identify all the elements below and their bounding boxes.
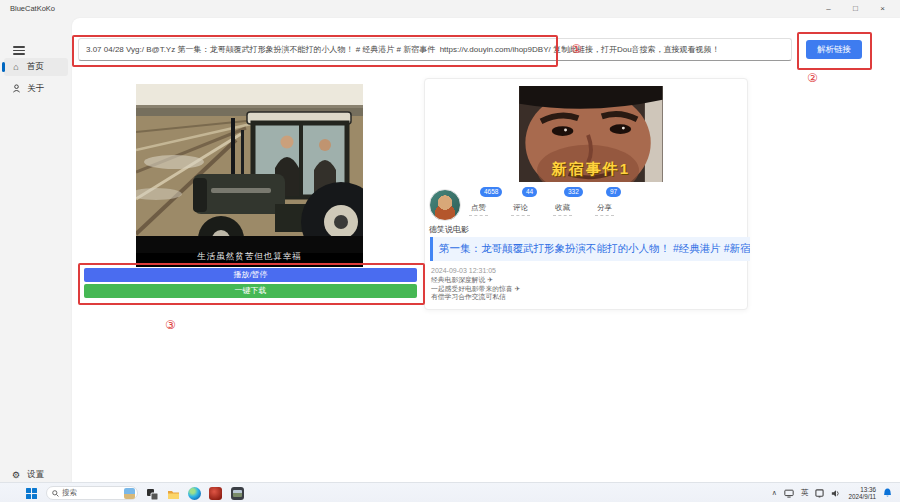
sidebar-item-settings-label: 设置	[27, 469, 44, 481]
parse-link-button[interactable]: 解析链接	[806, 40, 862, 59]
share-link-input[interactable]	[78, 38, 792, 61]
sidebar-item-home-label: 首页	[27, 61, 44, 73]
stat-comments: 44 评论	[511, 187, 542, 216]
cover-caption: 新宿事件1	[519, 160, 663, 179]
menu-toggle-icon[interactable]	[13, 44, 25, 57]
window-controls: – □ ×	[815, 0, 896, 17]
publish-time: 2024-09-03 12:31:05	[431, 267, 496, 274]
system-tray: ∧ 英 13:36 2024/9/11	[772, 483, 892, 502]
search-placeholder: 搜索	[62, 488, 77, 498]
speaker-icon[interactable]	[831, 489, 841, 498]
favorites-label: 收藏	[553, 203, 572, 216]
stat-shares: 97 分享	[595, 187, 626, 216]
media-app-icon[interactable]	[209, 487, 222, 500]
video-player[interactable]: 生活虽然贫苦但也算幸福	[136, 84, 363, 267]
taskbar: 搜索 ∧ 英	[0, 482, 900, 502]
close-button[interactable]: ×	[869, 0, 896, 17]
clock-date: 2024/9/11	[848, 493, 876, 500]
pinned-app-icon[interactable]	[231, 487, 244, 500]
main-content: 解析链接 ① ② ③	[72, 18, 900, 482]
app-window: BlueCatKoKo – □ × ⌂ 首页 关于 ⚙ 设置 解析链接 ①	[0, 0, 900, 502]
author-avatar[interactable]	[429, 189, 461, 221]
annotation-step-2: ②	[807, 71, 818, 85]
likes-label: 点赞	[469, 203, 488, 216]
search-highlight-thumbnail	[124, 488, 135, 499]
sidebar-item-about-label: 关于	[27, 83, 44, 95]
sidebar-item-home[interactable]: ⌂ 首页	[4, 58, 68, 76]
gear-icon: ⚙	[11, 470, 21, 480]
download-button[interactable]: 一键下载	[84, 284, 417, 298]
favorites-count-badge: 332	[564, 187, 583, 197]
comments-label: 评论	[511, 203, 530, 216]
search-icon	[52, 490, 59, 497]
tray-chevron-icon[interactable]: ∧	[772, 489, 777, 497]
video-frame-image	[136, 84, 363, 253]
shares-count-badge: 97	[606, 187, 621, 197]
sidebar: ⌂ 首页 关于 ⚙ 设置	[0, 18, 72, 482]
app-title: BlueCatKoKo	[10, 4, 55, 13]
home-icon: ⌂	[11, 62, 21, 72]
file-explorer-icon[interactable]	[167, 487, 180, 500]
minimize-button[interactable]: –	[815, 0, 842, 17]
notification-bell-icon[interactable]	[883, 488, 892, 498]
video-description: 经典电影深度解说 ✈ 一起感受好电影带来的惊喜 ✈ 有偿学习合作交流可私信	[431, 276, 520, 302]
video-title: 第一集：龙哥颠覆武打形象扮演不能打的小人物！ #经典港片 #新宿事件	[430, 237, 750, 261]
cast-device-icon[interactable]	[815, 489, 824, 498]
annotation-step-3: ③	[165, 318, 176, 332]
task-view-icon[interactable]	[146, 487, 159, 500]
video-info-card: 新宿事件1 德笑说电影 4658 点赞 44 评论 332 收藏 97	[424, 78, 748, 310]
edge-browser-icon[interactable]	[188, 487, 201, 500]
description-line: 一起感受好电影带来的惊喜 ✈	[431, 285, 520, 293]
taskbar-clock[interactable]: 13:36 2024/9/11	[848, 486, 876, 500]
video-stats: 4658 点赞 44 评论 332 收藏 97 分享	[469, 187, 626, 216]
taskbar-search[interactable]: 搜索	[46, 486, 138, 500]
person-icon	[11, 84, 21, 95]
video-subtitle: 生活虽然贫苦但也算幸福	[136, 251, 363, 263]
likes-count-badge: 4658	[480, 187, 502, 197]
shares-label: 分享	[595, 203, 614, 216]
author-name: 德笑说电影	[429, 224, 469, 235]
play-pause-button[interactable]: 播放/暂停	[84, 268, 417, 282]
maximize-button[interactable]: □	[842, 0, 869, 17]
cover-image[interactable]: 新宿事件1	[519, 86, 663, 182]
comments-count-badge: 44	[522, 187, 537, 197]
display-icon[interactable]	[784, 489, 794, 498]
clock-time: 13:36	[848, 486, 876, 493]
description-line: 有偿学习合作交流可私信	[431, 293, 520, 301]
description-line: 经典电影深度解说 ✈	[431, 276, 520, 284]
stat-likes: 4658 点赞	[469, 187, 500, 216]
stat-favorites: 332 收藏	[553, 187, 584, 216]
start-button[interactable]	[26, 488, 37, 499]
ime-indicator[interactable]: 英	[801, 488, 809, 498]
sidebar-item-about[interactable]: 关于	[4, 80, 68, 98]
